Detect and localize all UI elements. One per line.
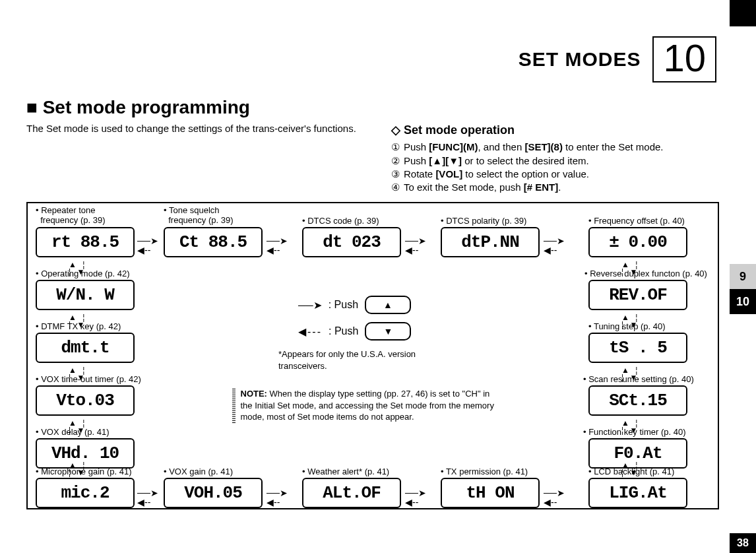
down-button[interactable]: ▼ xyxy=(365,322,411,341)
note-hatch xyxy=(232,388,236,423)
label-vox-timeout: • VOX time-out timer (p. 42) xyxy=(36,375,141,385)
step-number: ② xyxy=(391,154,400,168)
operation-step: ②Push [▲][▼] or to select the desired it… xyxy=(391,154,730,168)
step-text: Push [▲][▼] or to select the desired ite… xyxy=(404,154,589,168)
step-number: ④ xyxy=(391,181,400,194)
step-text: To exit the Set mode, push [# ENT]. xyxy=(404,181,561,194)
operation-step: ④To exit the Set mode, push [# ENT]. xyxy=(391,181,730,194)
note-text: NOTE: When the display type setting (pp.… xyxy=(241,388,497,423)
arrow-vertical-icon: ▲ ¦¦ ▼ xyxy=(621,420,639,434)
section-title: ■ Set mode programming xyxy=(26,97,730,118)
page: SET MODES 10 ■ Set mode programming The … xyxy=(0,0,756,553)
chapter-number: 10 xyxy=(663,39,706,77)
corner-marker xyxy=(730,0,756,26)
step-text: Push [FUNC](M), and then [SET](8) to ent… xyxy=(404,141,664,154)
arrow-vertical-icon: ▲ ¦¦ ▼ xyxy=(69,420,86,434)
lcd-dtcs-code: dt 023 xyxy=(302,227,401,257)
operation-block: ◇ Set mode operation ①Push [FUNC](M), an… xyxy=(391,122,730,194)
arrow-horizontal-icon: ──➤◀‑‑ xyxy=(544,488,565,507)
tab-9[interactable]: 9 xyxy=(730,264,756,289)
label-dtcs-code: • DTCS code (p. 39) xyxy=(302,216,379,226)
arrow-horizontal-icon: ──➤◀‑‑ xyxy=(137,236,158,255)
arrow-vertical-icon: ▲ ¦¦ ▼ xyxy=(621,367,639,381)
lcd-mic-gain: mic.2 xyxy=(36,478,135,508)
lcd-operating-mode: W/N. W xyxy=(36,280,135,310)
side-tabs: 9 10 xyxy=(730,264,756,314)
lcd-repeater-tone: rt 88.5 xyxy=(36,227,135,257)
lcd-dtmf-tx-key: dmt.t xyxy=(36,333,135,363)
arrow-horizontal-icon: ──➤◀‑‑ xyxy=(137,488,158,507)
arrow-vertical-icon: ▲ ¦¦ ▼ xyxy=(621,314,639,329)
note-body: When the display type setting (pp. 27, 4… xyxy=(241,389,494,422)
label-dtcs-polarity: • DTCS polarity (p. 39) xyxy=(441,216,526,226)
legend-push-up-label: : Push xyxy=(329,299,358,311)
intro-columns: The Set mode is used to change the setti… xyxy=(26,122,730,194)
diagram: ──➤ : Push ▲ ◀‑‑‑ : Push ▼ *Appears for … xyxy=(26,202,719,509)
label-reverse-duplex: • Reverse duplex functon (p. 40) xyxy=(584,269,707,279)
arrow-horizontal-icon: ──➤◀‑‑ xyxy=(267,488,288,507)
tab-10[interactable]: 10 xyxy=(730,289,756,314)
usa-note: *Appears for only the U.S.A. version tra… xyxy=(278,348,443,372)
chapter-title: SET MODES xyxy=(519,48,641,71)
chapter-number-box: 10 xyxy=(652,36,716,82)
arrow-vertical-icon: ▲ ¦¦ ▼ xyxy=(621,261,639,276)
lcd-vox-gain: VOH.05 xyxy=(164,478,263,508)
legend-push-up: ──➤ : Push ▲ xyxy=(298,296,411,314)
arrow-vertical-icon: ▲ ¦¦ ▼ xyxy=(69,462,86,476)
chapter-header: SET MODES 10 xyxy=(26,36,716,82)
operation-step: ③Rotate [VOL] to select the option or va… xyxy=(391,168,730,181)
arrow-right-icon: ──➤ xyxy=(298,299,322,311)
up-icon: ▲ xyxy=(383,300,393,310)
label-vox-gain: • VOX gain (p. 41) xyxy=(164,467,233,477)
label-freq-offset: • Frequency offset (p. 40) xyxy=(588,216,685,226)
arrow-horizontal-icon: ──➤◀‑‑ xyxy=(405,488,426,507)
note-label: NOTE: xyxy=(241,389,267,399)
lcd-weather-alert: ALt.OF xyxy=(302,478,401,508)
lcd-freq-offset: ± 0.00 xyxy=(588,227,687,257)
note-block: NOTE: When the display type setting (pp.… xyxy=(232,388,496,423)
lcd-vox-timeout: Vto.03 xyxy=(36,385,135,416)
legend-push-down: ◀‑‑‑ : Push ▼ xyxy=(298,322,411,341)
lcd-tone-squelch: Ct 88.5 xyxy=(164,227,263,257)
arrow-vertical-icon: ▲ ¦¦ ▼ xyxy=(621,462,639,476)
lcd-tx-permission: tH ON xyxy=(441,478,540,508)
arrow-left-dash-icon: ◀‑‑‑ xyxy=(298,325,322,338)
label-tone-squelch: • Tone squelch frequency (p. 39) xyxy=(164,206,234,226)
arrow-vertical-icon: ▲ ¦¦ ▼ xyxy=(69,261,86,276)
label-tx-permission: • TX permission (p. 41) xyxy=(441,467,528,477)
arrow-vertical-icon: ▲ ¦¦ ▼ xyxy=(69,314,86,329)
lcd-reverse-duplex: REV.OF xyxy=(588,280,687,310)
step-number: ③ xyxy=(391,168,400,181)
arrow-horizontal-icon: ──➤◀‑‑ xyxy=(544,236,565,255)
lcd-lcd-backlight: LIG.At xyxy=(588,478,687,508)
arrow-horizontal-icon: ──➤◀‑‑ xyxy=(267,236,288,255)
page-number: 38 xyxy=(730,533,756,553)
down-icon: ▼ xyxy=(383,326,393,337)
arrow-vertical-icon: ▲ ¦¦ ▼ xyxy=(69,367,86,381)
arrow-horizontal-icon: ──➤◀‑‑ xyxy=(405,236,426,255)
lcd-dtcs-polarity: dtP.NN xyxy=(441,227,540,257)
label-repeater-tone: • Repeater tone frequency (p. 39) xyxy=(36,206,106,226)
operation-step: ①Push [FUNC](M), and then [SET](8) to en… xyxy=(391,141,730,154)
lcd-tuning-step: tS . 5 xyxy=(588,333,687,363)
steps-container: ①Push [FUNC](M), and then [SET](8) to en… xyxy=(391,141,730,194)
up-button[interactable]: ▲ xyxy=(365,296,411,314)
operation-heading: ◇ Set mode operation xyxy=(391,122,730,138)
legend-push-down-label: : Push xyxy=(329,325,358,337)
lcd-scan-resume: SCt.15 xyxy=(588,385,687,416)
step-text: Rotate [VOL] to select the option or val… xyxy=(404,168,589,181)
step-number: ① xyxy=(391,141,400,154)
label-weather-alert: • Weather alert* (p. 41) xyxy=(302,467,389,477)
intro-text: The Set mode is used to change the setti… xyxy=(26,122,365,194)
